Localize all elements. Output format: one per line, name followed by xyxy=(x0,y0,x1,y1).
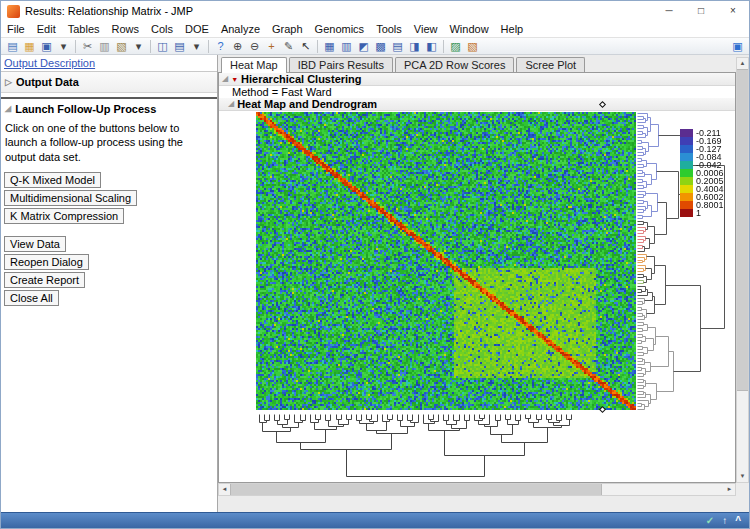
vertical-scroll-thumb[interactable] xyxy=(737,69,748,391)
menu-item-window[interactable]: Window xyxy=(443,23,494,35)
fit-model-icon[interactable]: ◩ xyxy=(355,39,372,54)
zoom-in-tool-icon[interactable]: ⊕ xyxy=(229,39,246,54)
button-row: Q-K Mixed Model xyxy=(1,172,217,190)
menu-item-analyze[interactable]: Analyze xyxy=(215,23,266,35)
legend-swatch xyxy=(680,145,693,153)
grabber-tool-icon[interactable]: + xyxy=(263,39,280,54)
scroll-up-button[interactable]: ▲ xyxy=(737,58,748,69)
button-row: Multidimensional Scaling xyxy=(1,190,217,208)
red-triangle-menu-icon[interactable]: ▼ xyxy=(231,76,238,83)
copy-icon[interactable]: ▥ xyxy=(96,39,113,54)
right-panel: Heat MapIBD Pairs ResultsPCA 2D Row Scor… xyxy=(218,55,749,512)
disclosure-open-icon[interactable]: ◢ xyxy=(228,100,234,108)
window-list-icon[interactable]: ▣ xyxy=(729,39,746,54)
distribution-icon[interactable]: ▥ xyxy=(338,39,355,54)
heatmap-region: -0.211-0.169-0.127-0.084-0.0420.00060.20… xyxy=(256,112,736,483)
jmp-app-icon xyxy=(7,5,20,18)
horizontal-scrollbar[interactable]: ◄ ► xyxy=(218,483,736,496)
toolbar-separator xyxy=(208,40,209,53)
vertical-scrollbar[interactable]: ▲ ▼ xyxy=(736,57,749,483)
arrow-tool-icon[interactable]: ↖ xyxy=(297,39,314,54)
zoom-out-tool-icon[interactable]: ⊖ xyxy=(246,39,263,54)
help-tool-icon[interactable]: ? xyxy=(212,39,229,54)
output-data-section-header[interactable]: ▷ Output Data xyxy=(1,72,217,93)
horizontal-scroll-thumb[interactable] xyxy=(230,484,602,495)
layout-icon[interactable]: ▤ xyxy=(171,39,188,54)
tab-ibd-pairs-results[interactable]: IBD Pairs Results xyxy=(289,57,393,72)
save-dropdown-caret[interactable]: ▾ xyxy=(55,39,72,54)
disclosure-open-icon[interactable]: ◢ xyxy=(222,75,228,83)
process-buttons: Q-K Mixed ModelMultidimensional ScalingK… xyxy=(1,172,217,226)
journal-dropdown-caret[interactable]: ▾ xyxy=(188,39,205,54)
formula-icon[interactable]: ◧ xyxy=(423,39,440,54)
action-buttons: View DataReopen DialogCreate ReportClose… xyxy=(1,236,217,308)
tabulate-icon[interactable]: ▤ xyxy=(389,39,406,54)
legend-swatch xyxy=(680,193,693,201)
left-panel: Output Description ▷ Output Data ◢ Launc… xyxy=(1,55,218,512)
report-icon[interactable]: ◨ xyxy=(406,39,423,54)
button-view-data[interactable]: View Data xyxy=(4,236,66,252)
launch-description: Click on one of the buttons below to lau… xyxy=(1,119,217,172)
pattern-icon[interactable]: ▨ xyxy=(447,39,464,54)
maximize-button[interactable]: □ xyxy=(685,1,717,21)
open-file-icon[interactable]: ▦ xyxy=(21,39,38,54)
menu-item-tools[interactable]: Tools xyxy=(370,23,408,35)
new-data-table-icon[interactable]: ▤ xyxy=(4,39,21,54)
column-dendrogram-canvas[interactable] xyxy=(256,414,574,480)
disclosure-closed-icon[interactable]: ▷ xyxy=(5,78,12,87)
legend-swatch xyxy=(680,169,693,177)
upload-status-icon[interactable]: ↑ xyxy=(722,513,727,529)
menubar: FileEditTablesRowsColsDOEAnalyzeGraphGen… xyxy=(1,21,749,37)
script-icon[interactable]: ▧ xyxy=(464,39,481,54)
menu-item-rows[interactable]: Rows xyxy=(106,23,146,35)
paste-dropdown-caret[interactable]: ▾ xyxy=(130,39,147,54)
scroll-right-button[interactable]: ► xyxy=(724,484,735,495)
toolbar-separator xyxy=(443,40,444,53)
graph-builder-icon[interactable]: ▩ xyxy=(372,39,389,54)
menu-item-cols[interactable]: Cols xyxy=(145,23,179,35)
minimize-button[interactable]: ─ xyxy=(653,1,685,21)
menu-item-graph[interactable]: Graph xyxy=(266,23,309,35)
tab-heat-map[interactable]: Heat Map xyxy=(221,57,287,73)
paste-icon[interactable]: ▧ xyxy=(113,39,130,54)
menu-item-doe[interactable]: DOE xyxy=(179,23,215,35)
launch-section-header[interactable]: ◢ Launch Follow-Up Process xyxy=(1,99,217,119)
brush-tool-icon[interactable]: ✎ xyxy=(280,39,297,54)
button-close-all[interactable]: Close All xyxy=(4,290,59,306)
security-status-icon[interactable]: ✓ xyxy=(706,513,714,529)
tab-scree-plot[interactable]: Scree Plot xyxy=(516,57,585,72)
button-q-k-mixed-model[interactable]: Q-K Mixed Model xyxy=(4,172,101,188)
legend-swatch xyxy=(680,185,693,193)
legend-entry: 1 xyxy=(680,209,724,217)
heatmap-canvas[interactable] xyxy=(256,112,636,410)
disclosure-open-icon[interactable]: ◢ xyxy=(5,105,11,113)
launch-title: Launch Follow-Up Process xyxy=(15,103,156,115)
scroll-down-button[interactable]: ▼ xyxy=(737,471,748,482)
cut-icon[interactable]: ✂ xyxy=(79,39,96,54)
tab-strip: Heat MapIBD Pairs ResultsPCA 2D Row Scor… xyxy=(218,55,749,72)
menu-item-file[interactable]: File xyxy=(1,23,31,35)
menu-item-tables[interactable]: Tables xyxy=(62,23,106,35)
menu-item-help[interactable]: Help xyxy=(495,23,530,35)
legend-swatch xyxy=(680,209,693,217)
menu-item-edit[interactable]: Edit xyxy=(31,23,62,35)
menu-item-genomics[interactable]: Genomics xyxy=(309,23,371,35)
collapse-window-icon[interactable]: ^ xyxy=(735,513,741,529)
heatmap-section-title: Heat Map and Dendrogram xyxy=(237,98,377,110)
scroll-left-button[interactable]: ◄ xyxy=(219,484,230,495)
save-icon[interactable]: ▣ xyxy=(38,39,55,54)
menu-item-view[interactable]: View xyxy=(408,23,444,35)
data-table-icon[interactable]: ▦ xyxy=(321,39,338,54)
heatmap-section-header[interactable]: ◢ Heat Map and Dendrogram xyxy=(219,98,735,111)
button-reopen-dialog[interactable]: Reopen Dialog xyxy=(4,254,89,270)
button-multidimensional-scaling[interactable]: Multidimensional Scaling xyxy=(4,190,137,206)
tab-pca-2d-row-scores[interactable]: PCA 2D Row Scores xyxy=(395,57,514,72)
output-description-link[interactable]: Output Description xyxy=(4,57,95,69)
close-button[interactable]: × xyxy=(717,1,749,21)
report-body: ◢ ▼ Hierarchical Clustering Method = Fas… xyxy=(218,72,736,483)
journal-icon[interactable]: ◫ xyxy=(154,39,171,54)
heatmap-legend: -0.211-0.169-0.127-0.084-0.0420.00060.20… xyxy=(680,129,724,217)
button-create-report[interactable]: Create Report xyxy=(4,272,85,288)
button-k-matrix-compression[interactable]: K Matrix Compression xyxy=(4,208,124,224)
clustering-section-header[interactable]: ◢ ▼ Hierarchical Clustering xyxy=(219,73,735,86)
